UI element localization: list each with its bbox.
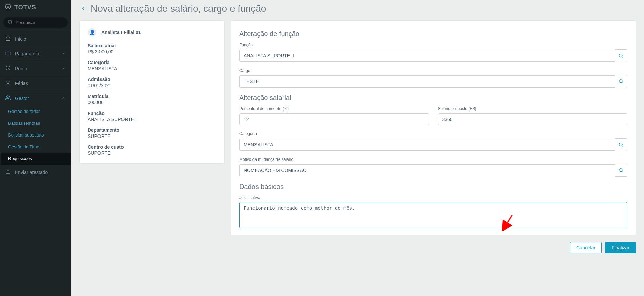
sidebar-item-label: Enviar atestado bbox=[15, 170, 48, 175]
funcao-lookup bbox=[239, 49, 627, 62]
svg-point-17 bbox=[619, 54, 622, 57]
employee-name: Analista I Filial 01 bbox=[101, 30, 141, 35]
svg-line-10 bbox=[9, 84, 10, 84]
svg-line-24 bbox=[622, 171, 623, 172]
field-value: MENSALISTA bbox=[88, 66, 216, 71]
form-group-cargo: Cargo bbox=[239, 68, 627, 88]
cargo-input[interactable] bbox=[239, 75, 615, 88]
clock-icon bbox=[5, 65, 11, 72]
field-categoria: Categoria MENSALISTA bbox=[88, 60, 216, 71]
sidebar-subitem-gestao-ferias[interactable]: Gestão de férias bbox=[1, 105, 71, 117]
cargo-label: Cargo bbox=[239, 68, 627, 73]
search-field[interactable] bbox=[3, 17, 68, 28]
search-container bbox=[3, 17, 68, 28]
main-content: Nova alteração de salário, cargo e funçã… bbox=[71, 0, 644, 296]
chevron-up-icon bbox=[62, 96, 66, 101]
motivo-lookup bbox=[239, 164, 627, 177]
employee-header: 👤 Analista I Filial 01 bbox=[88, 28, 216, 37]
field-value: ANALISTA SUPORTE I bbox=[88, 117, 216, 122]
sidebar-item-ferias[interactable]: Férias bbox=[0, 76, 71, 91]
brand-logo-icon bbox=[5, 3, 12, 12]
svg-rect-4 bbox=[6, 52, 10, 55]
field-departamento: Departamento SUPORTE bbox=[88, 127, 216, 139]
sun-icon bbox=[5, 80, 11, 87]
chevron-down-icon bbox=[62, 66, 66, 71]
sidebar-item-label: Início bbox=[15, 36, 26, 42]
field-matricula: Matrícula 000006 bbox=[88, 94, 216, 105]
motivo-input[interactable] bbox=[239, 164, 615, 176]
svg-point-19 bbox=[619, 80, 622, 83]
proposto-input[interactable] bbox=[438, 113, 628, 125]
svg-point-6 bbox=[7, 82, 9, 83]
search-input[interactable] bbox=[16, 20, 64, 25]
sidebar-item-inicio[interactable]: Início bbox=[0, 31, 71, 46]
svg-line-18 bbox=[622, 57, 623, 58]
gestor-submenu: Gestão de férias Batidas remotas Solicit… bbox=[0, 105, 71, 165]
funcao-search-button[interactable] bbox=[615, 49, 627, 62]
field-value: 000006 bbox=[88, 100, 216, 105]
field-centro-custo: Centro de custo SUPORTE bbox=[88, 144, 216, 156]
field-funcao: Função ANALISTA SUPORTE I bbox=[88, 110, 216, 122]
svg-line-22 bbox=[622, 146, 623, 147]
cargo-lookup bbox=[239, 75, 627, 88]
justificativa-textarea[interactable] bbox=[239, 202, 627, 228]
categoria-label: Categoria bbox=[239, 131, 627, 136]
sidebar-item-gestor[interactable]: Gestor bbox=[0, 91, 71, 105]
svg-point-21 bbox=[619, 143, 622, 146]
upload-icon bbox=[5, 169, 11, 175]
svg-line-3 bbox=[11, 23, 12, 24]
sidebar-item-ponto[interactable]: Ponto bbox=[0, 61, 71, 76]
finish-button[interactable]: Finalizar bbox=[605, 242, 636, 253]
cargo-search-button[interactable] bbox=[615, 75, 627, 88]
avatar: 👤 bbox=[88, 28, 96, 37]
sidebar-subitem-gestao-time[interactable]: Gestão do Time bbox=[1, 141, 71, 153]
sidebar-item-label: Requisições bbox=[8, 156, 32, 161]
form-group-motivo: Motivo da mudança de salário bbox=[239, 157, 627, 177]
sidebar-item-label: Férias bbox=[15, 81, 28, 86]
field-value: SUPORTE bbox=[88, 150, 216, 156]
motivo-search-button[interactable] bbox=[615, 164, 627, 177]
proposto-label: Salário proposto (R$) bbox=[438, 106, 628, 111]
users-icon bbox=[5, 95, 11, 101]
svg-point-2 bbox=[8, 20, 12, 23]
categoria-search-button[interactable] bbox=[615, 138, 627, 151]
svg-line-13 bbox=[6, 84, 7, 84]
sidebar-item-pagamento[interactable]: Pagamento bbox=[0, 46, 71, 61]
svg-point-1 bbox=[7, 6, 9, 8]
funcao-label: Função bbox=[239, 43, 627, 47]
brand: TOTVS bbox=[0, 0, 71, 15]
row-percent-proposto: Percentual de aumento (%) Salário propos… bbox=[239, 106, 627, 131]
employee-card: 👤 Analista I Filial 01 Salário atual R$ … bbox=[79, 20, 225, 164]
justificativa-label: Justificativa bbox=[239, 195, 627, 200]
funcao-input[interactable] bbox=[239, 50, 615, 62]
back-button[interactable] bbox=[79, 5, 87, 13]
briefcase-icon bbox=[5, 50, 11, 57]
cancel-button[interactable]: Cancelar bbox=[570, 242, 602, 253]
svg-point-0 bbox=[6, 4, 11, 9]
svg-line-20 bbox=[622, 82, 623, 83]
field-label: Centro de custo bbox=[88, 144, 216, 150]
svg-line-9 bbox=[6, 81, 7, 81]
sidebar-nav: Início Pagamento Ponto Férias bbox=[0, 31, 71, 179]
sidebar-subitem-requisicoes[interactable]: Requisições bbox=[1, 153, 71, 165]
sidebar-item-label: Gestor bbox=[15, 96, 29, 101]
section-title-salarial: Alteração salarial bbox=[239, 94, 627, 102]
chevron-down-icon bbox=[62, 51, 66, 56]
form-group-funcao: Função bbox=[239, 43, 627, 62]
categoria-input[interactable] bbox=[239, 139, 615, 151]
sidebar-item-label: Batidas remotas bbox=[8, 121, 40, 126]
sidebar-item-enviar-atestado[interactable]: Enviar atestado bbox=[0, 165, 71, 179]
percentual-label: Percentual de aumento (%) bbox=[239, 106, 429, 111]
field-value: SUPORTE bbox=[88, 133, 216, 139]
content-columns: 👤 Analista I Filial 01 Salário atual R$ … bbox=[79, 20, 636, 235]
field-label: Função bbox=[88, 110, 216, 116]
section-title-basicos: Dados básicos bbox=[239, 183, 627, 191]
section-title-funcao: Alteração de função bbox=[239, 30, 627, 38]
field-label: Categoria bbox=[88, 60, 216, 65]
form-group-proposto: Salário proposto (R$) bbox=[438, 106, 628, 125]
sidebar-subitem-batidas-remotas[interactable]: Batidas remotas bbox=[1, 117, 71, 129]
sidebar-subitem-solicitar-substituto[interactable]: Solicitar substituto bbox=[1, 129, 71, 141]
sidebar-item-label: Ponto bbox=[15, 66, 27, 71]
percentual-input[interactable] bbox=[239, 113, 429, 125]
field-label: Salário atual bbox=[88, 43, 216, 48]
